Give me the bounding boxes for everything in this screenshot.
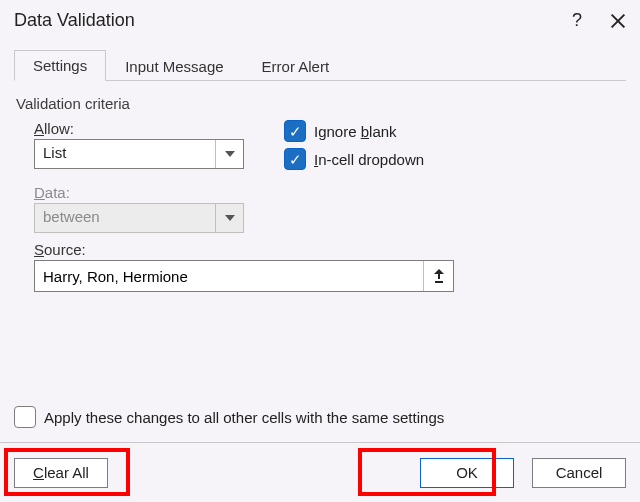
chevron-down-icon <box>225 215 235 221</box>
chevron-down-icon <box>225 151 235 157</box>
ok-button[interactable]: OK <box>420 458 514 488</box>
titlebar: Data Validation ? <box>0 0 640 37</box>
range-select-icon <box>432 269 446 283</box>
apply-changes-label: Apply these changes to all other cells w… <box>44 409 444 426</box>
allow-value: List <box>35 140 215 168</box>
range-select-button[interactable] <box>423 261 453 291</box>
close-icon[interactable] <box>608 12 626 30</box>
data-dropdown-button <box>215 204 243 232</box>
apply-changes-row[interactable]: ✓ Apply these changes to all other cells… <box>14 406 444 428</box>
incell-dropdown-label: In-cell dropdown <box>314 151 424 168</box>
tab-error-alert[interactable]: Error Alert <box>243 51 349 81</box>
apply-changes-checkbox[interactable]: ✓ <box>14 406 36 428</box>
cancel-button[interactable]: Cancel <box>532 458 626 488</box>
help-icon[interactable]: ? <box>572 10 582 31</box>
dialog-footer: Clear All OK Cancel <box>0 442 640 502</box>
data-label: Data: <box>34 184 264 201</box>
incell-dropdown-row[interactable]: ✓ In-cell dropdown <box>284 148 424 170</box>
check-icon: ✓ <box>289 124 302 139</box>
data-validation-dialog: Data Validation ? Settings Input Message… <box>0 0 640 502</box>
ignore-blank-row[interactable]: ✓ Ignore blank <box>284 120 424 142</box>
incell-dropdown-checkbox[interactable]: ✓ <box>284 148 306 170</box>
tab-input-message[interactable]: Input Message <box>106 51 242 81</box>
validation-criteria-label: Validation criteria <box>16 95 626 112</box>
allow-dropdown-button[interactable] <box>215 140 243 168</box>
dialog-title: Data Validation <box>14 10 135 31</box>
data-value: between <box>35 204 215 232</box>
allow-combo[interactable]: List <box>34 139 244 169</box>
source-input[interactable] <box>35 261 423 291</box>
tab-settings[interactable]: Settings <box>14 50 106 81</box>
clear-all-button[interactable]: Clear All <box>14 458 108 488</box>
ignore-blank-checkbox[interactable]: ✓ <box>284 120 306 142</box>
data-combo: between <box>34 203 244 233</box>
source-field[interactable] <box>34 260 454 292</box>
tabstrip: Settings Input Message Error Alert <box>14 49 626 81</box>
allow-label: Allow: <box>34 120 264 137</box>
check-icon: ✓ <box>289 152 302 167</box>
source-label: Source: <box>34 241 616 258</box>
ignore-blank-label: Ignore blank <box>314 123 397 140</box>
